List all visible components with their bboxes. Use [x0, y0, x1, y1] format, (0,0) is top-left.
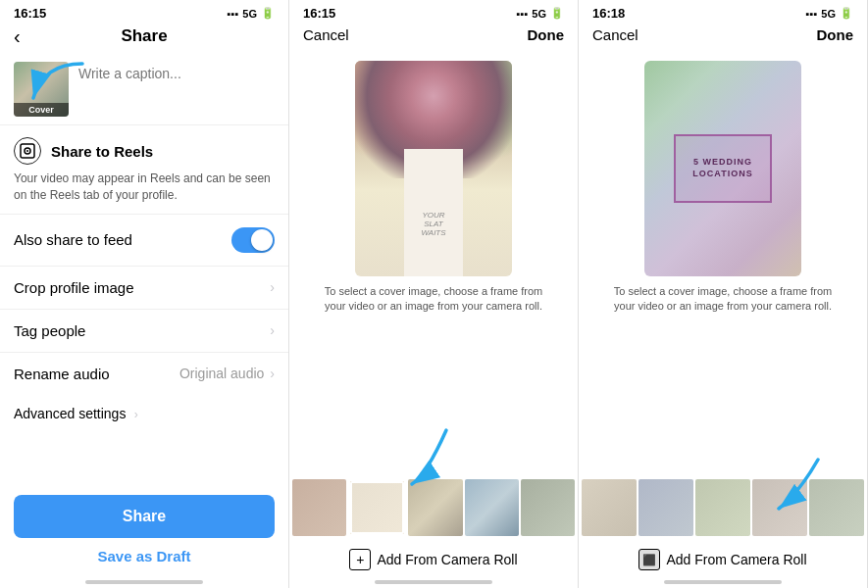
rename-chevron: › — [270, 366, 275, 381]
tag-row[interactable]: Tag people › — [0, 309, 288, 352]
cover-thumbnail[interactable]: Cover — [14, 62, 69, 117]
select-cover-hint-2: To select a cover image, choose a frame … — [299, 276, 568, 320]
selected-border — [350, 481, 404, 534]
filmstrip-3 — [579, 474, 867, 541]
done-button-3[interactable]: Done — [817, 26, 854, 43]
status-icons-3: ▪▪▪ 5G 🔋 — [806, 7, 853, 20]
film-frame-selected[interactable] — [348, 479, 406, 536]
status-bar-1: 16:15 ▪▪▪ 5G 🔋 — [0, 0, 288, 23]
share-button[interactable]: Share — [14, 495, 275, 538]
reels-title: Share to Reels — [51, 143, 153, 160]
film-frame-3-2[interactable] — [638, 479, 693, 536]
crop-row[interactable]: Crop profile image › — [0, 266, 288, 309]
status-bar-3: 16:18 ▪▪▪ 5G 🔋 — [579, 0, 867, 23]
toggle-knob — [251, 229, 273, 251]
also-share-toggle[interactable] — [231, 227, 275, 253]
cover-select-panel-flowers: 16:15 ▪▪▪ 5G 🔋 Cancel Done YOURSLATWAITS… — [289, 0, 579, 588]
cancel-button-3[interactable]: Cancel — [592, 26, 638, 43]
status-icons-2: ▪▪▪ 5G 🔋 — [517, 7, 564, 20]
nav-bar-1: ‹ Share — [0, 23, 288, 54]
battery-icon-2: 🔋 — [550, 7, 564, 20]
tag-chevron: › — [270, 322, 275, 338]
time-1: 16:15 — [14, 6, 46, 21]
signal-icon: ▪▪▪ — [228, 8, 239, 20]
network-icon: 5G — [242, 8, 257, 20]
save-draft-button[interactable]: Save as Draft — [14, 538, 275, 568]
film-frame-4[interactable] — [465, 479, 519, 536]
add-camera-label-2: Add From Camera Roll — [377, 552, 517, 567]
film-frame-3-5[interactable] — [809, 479, 864, 536]
rename-row[interactable]: Rename audio Original audio › — [0, 352, 288, 395]
home-indicator-2 — [375, 580, 492, 584]
reels-icon — [14, 137, 41, 165]
wedding-text: 5 WEDDINGLOCATIONS — [692, 157, 752, 179]
rename-label: Rename audio — [14, 366, 110, 382]
camera-roll-icon-2: + — [349, 549, 371, 570]
battery-icon-3: 🔋 — [840, 7, 853, 20]
caption-input[interactable] — [78, 62, 275, 81]
battery-icon: 🔋 — [261, 7, 275, 20]
signal-icon-2: ▪▪▪ — [517, 8, 529, 20]
cover-label: Cover — [14, 103, 69, 117]
svg-point-3 — [26, 150, 28, 152]
main-image-area-3: 5 WEDDINGLOCATIONS To select a cover ima… — [579, 51, 867, 474]
advanced-row[interactable]: Advanced settings › — [0, 395, 288, 432]
nav-bar-2: Cancel Done — [289, 23, 578, 51]
flowers-cover-image: YOURSLATWAITS — [355, 61, 512, 276]
time-3: 16:18 — [592, 6, 625, 21]
add-camera-roll-2[interactable]: + Add From Camera Roll — [289, 541, 578, 574]
rename-value: Original audio — [179, 366, 264, 381]
film-frame-3-1[interactable] — [582, 479, 637, 536]
film-frame-3-4[interactable] — [752, 479, 807, 536]
add-camera-label-3: Add From Camera Roll — [666, 552, 806, 567]
done-button-2[interactable]: Done — [528, 26, 565, 43]
advanced-chevron: › — [134, 408, 138, 421]
cover-select-panel-wedding: 16:18 ▪▪▪ 5G 🔋 Cancel Done 5 WEDDINGLOCA… — [579, 0, 868, 588]
film-frame-1[interactable] — [292, 479, 346, 536]
back-button[interactable]: ‹ — [14, 25, 21, 48]
film-frame-3-3[interactable] — [695, 479, 750, 536]
bottom-actions: Share Save as Draft — [0, 485, 288, 574]
home-indicator-1 — [85, 580, 203, 584]
reels-desc: Your video may appear in Reels and can b… — [0, 169, 288, 214]
main-image-area-2: YOURSLATWAITS To select a cover image, c… — [289, 51, 578, 474]
also-share-row[interactable]: Also share to feed — [0, 214, 288, 266]
status-bar-2: 16:15 ▪▪▪ 5G 🔋 — [289, 0, 578, 23]
also-share-label: Also share to feed — [14, 231, 132, 248]
flowers-overlay-text: YOURSLATWAITS — [421, 211, 445, 237]
home-indicator-3 — [664, 580, 782, 584]
status-icons-1: ▪▪▪ 5G 🔋 — [228, 7, 275, 20]
cancel-button-2[interactable]: Cancel — [303, 26, 349, 43]
network-icon-2: 5G — [532, 8, 546, 20]
filmstrip-2 — [289, 474, 578, 541]
network-icon-3: 5G — [821, 8, 836, 20]
reels-section-header: Share to Reels — [0, 125, 288, 169]
select-cover-hint-3: To select a cover image, choose a frame … — [588, 276, 857, 320]
advanced-label: Advanced settings — [14, 406, 126, 421]
crop-label: Crop profile image — [14, 279, 134, 296]
camera-roll-icon-3: ⬛ — [638, 549, 660, 570]
wedding-cover-image: 5 WEDDINGLOCATIONS — [644, 61, 801, 276]
time-2: 16:15 — [303, 6, 335, 21]
signal-icon-3: ▪▪▪ — [806, 8, 818, 20]
add-camera-roll-3[interactable]: ⬛ Add From Camera Roll — [579, 541, 867, 574]
wedding-inner-box: 5 WEDDINGLOCATIONS — [674, 134, 772, 203]
film-frame-3[interactable] — [408, 479, 462, 536]
film-frame-5[interactable] — [521, 479, 575, 536]
filmstrip-container-3 — [579, 474, 867, 541]
tag-label: Tag people — [14, 322, 85, 339]
cover-caption-row: Cover — [0, 54, 288, 124]
share-panel: 16:15 ▪▪▪ 5G 🔋 ‹ Share Cover — [0, 0, 289, 588]
crop-chevron: › — [270, 279, 275, 295]
nav-bar-3: Cancel Done — [579, 23, 867, 51]
rename-right: Original audio › — [179, 366, 275, 381]
page-title-1: Share — [121, 26, 167, 46]
